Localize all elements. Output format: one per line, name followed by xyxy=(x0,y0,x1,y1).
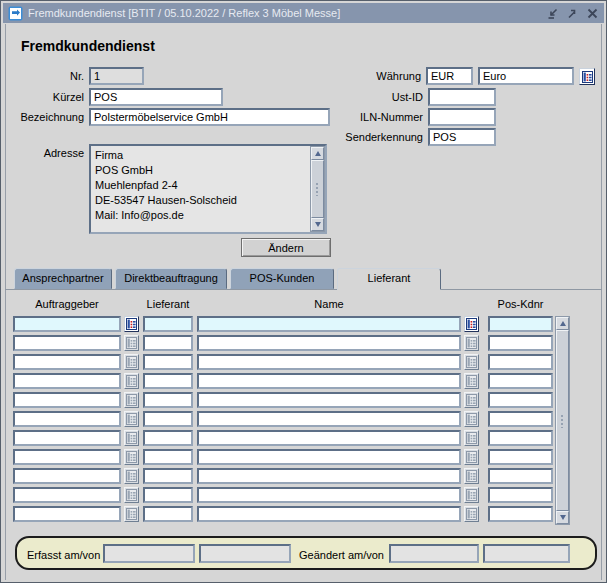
poskdnr-input[interactable] xyxy=(488,335,553,351)
adresse-textarea[interactable]: Firma POS GmbH Muehlenpfad 2-4 DE-53547 … xyxy=(89,144,327,234)
scroll-thumb[interactable] xyxy=(311,160,324,218)
lieferant-input[interactable] xyxy=(143,373,193,389)
name-lov-button[interactable] xyxy=(464,354,479,370)
ust-id-field[interactable] xyxy=(428,88,496,106)
bezeichnung-field[interactable] xyxy=(89,108,330,126)
scroll-up-button[interactable] xyxy=(556,317,569,330)
auftraggeber-lov-button[interactable] xyxy=(124,468,139,484)
poskdnr-input[interactable] xyxy=(488,411,553,427)
name-input[interactable] xyxy=(197,392,461,408)
close-button[interactable] xyxy=(586,7,599,20)
name-input[interactable] xyxy=(197,316,461,332)
name-input[interactable] xyxy=(197,335,461,351)
lieferant-input[interactable] xyxy=(143,487,193,503)
auftraggeber-input[interactable] xyxy=(13,449,121,465)
iln-nummer-field[interactable] xyxy=(428,108,496,126)
poskdnr-input[interactable] xyxy=(488,373,553,389)
adresse-scrollbar[interactable] xyxy=(310,146,325,232)
lieferant-input[interactable] xyxy=(143,392,193,408)
auftraggeber-lov-button[interactable] xyxy=(124,411,139,427)
name-input[interactable] xyxy=(197,430,461,446)
poskdnr-input[interactable] xyxy=(488,430,553,446)
table-row xyxy=(1,335,607,354)
name-input[interactable] xyxy=(197,487,461,503)
poskdnr-input[interactable] xyxy=(488,506,553,522)
auftraggeber-lov-button[interactable] xyxy=(124,392,139,408)
name-lov-button[interactable] xyxy=(464,392,479,408)
tab-strip: AnsprechpartnerDirektbeauftragungPOS-Kun… xyxy=(14,268,441,289)
auftraggeber-input[interactable] xyxy=(13,506,121,522)
lieferant-input[interactable] xyxy=(143,354,193,370)
name-lov-button[interactable] xyxy=(464,487,479,503)
auftraggeber-input[interactable] xyxy=(13,354,121,370)
kuerzel-field[interactable] xyxy=(89,88,223,106)
auftraggeber-input[interactable] xyxy=(13,487,121,503)
lieferant-input[interactable] xyxy=(143,335,193,351)
lieferant-input[interactable] xyxy=(143,316,193,332)
name-lov-button[interactable] xyxy=(464,411,479,427)
name-input[interactable] xyxy=(197,506,461,522)
auftraggeber-lov-button[interactable] xyxy=(124,316,139,332)
lieferant-input[interactable] xyxy=(143,468,193,484)
senderkennung-field[interactable] xyxy=(428,128,496,146)
auftraggeber-input[interactable] xyxy=(13,316,121,332)
poskdnr-input[interactable] xyxy=(488,316,553,332)
table-row xyxy=(1,487,607,506)
auftraggeber-lov-button[interactable] xyxy=(124,506,139,522)
auftraggeber-lov-button[interactable] xyxy=(124,430,139,446)
poskdnr-input[interactable] xyxy=(488,392,553,408)
name-lov-button[interactable] xyxy=(464,430,479,446)
table-row xyxy=(1,316,607,335)
tab-direktbeauftragung[interactable]: Direktbeauftragung xyxy=(115,268,227,289)
poskdnr-input[interactable] xyxy=(488,354,553,370)
auftraggeber-lov-button[interactable] xyxy=(124,449,139,465)
auftraggeber-input[interactable] xyxy=(13,468,121,484)
auftraggeber-input[interactable] xyxy=(13,373,121,389)
aendern-button[interactable]: Ändern xyxy=(241,238,331,257)
tab-pos-kunden[interactable]: POS-Kunden xyxy=(230,268,334,289)
minimize-button[interactable] xyxy=(546,7,559,20)
lieferant-input[interactable] xyxy=(143,411,193,427)
auftraggeber-input[interactable] xyxy=(13,392,121,408)
auftraggeber-input[interactable] xyxy=(13,430,121,446)
waehrung-code-field[interactable] xyxy=(426,67,473,85)
auftraggeber-lov-button[interactable] xyxy=(124,373,139,389)
poskdnr-input[interactable] xyxy=(488,468,553,484)
auftraggeber-lov-button[interactable] xyxy=(124,487,139,503)
scroll-thumb[interactable] xyxy=(556,330,569,511)
name-input[interactable] xyxy=(197,468,461,484)
name-lov-button[interactable] xyxy=(464,335,479,351)
lov-icon xyxy=(126,375,137,387)
name-input[interactable] xyxy=(197,373,461,389)
name-lov-button[interactable] xyxy=(464,449,479,465)
scroll-down-button[interactable] xyxy=(556,511,569,524)
name-lov-button[interactable] xyxy=(464,373,479,389)
name-input[interactable] xyxy=(197,411,461,427)
auftraggeber-lov-button[interactable] xyxy=(124,354,139,370)
scroll-down-button[interactable] xyxy=(311,218,324,231)
lov-icon xyxy=(466,451,477,463)
waehrung-lov-button[interactable] xyxy=(579,68,595,85)
lieferant-input[interactable] xyxy=(143,430,193,446)
poskdnr-input[interactable] xyxy=(488,449,553,465)
auftraggeber-input[interactable] xyxy=(13,335,121,351)
lieferant-input[interactable] xyxy=(143,506,193,522)
name-input[interactable] xyxy=(197,354,461,370)
tab-ansprechpartner[interactable]: Ansprechpartner xyxy=(14,268,112,289)
lov-icon xyxy=(582,71,593,83)
window-titlebar[interactable]: Fremdkundendienst [BTIT / 05.10.2022 / R… xyxy=(3,3,604,23)
maximize-button[interactable] xyxy=(566,7,579,20)
tab-lieferant[interactable]: Lieferant xyxy=(337,268,441,290)
auftraggeber-input[interactable] xyxy=(13,411,121,427)
name-input[interactable] xyxy=(197,449,461,465)
lov-icon xyxy=(466,470,477,482)
name-lov-button[interactable] xyxy=(464,506,479,522)
name-lov-button[interactable] xyxy=(464,468,479,484)
poskdnr-input[interactable] xyxy=(488,487,553,503)
table-scrollbar[interactable] xyxy=(555,316,570,525)
lieferant-input[interactable] xyxy=(143,449,193,465)
scroll-up-button[interactable] xyxy=(311,147,324,160)
name-lov-button[interactable] xyxy=(464,316,479,332)
waehrung-name-field[interactable] xyxy=(478,67,574,85)
auftraggeber-lov-button[interactable] xyxy=(124,335,139,351)
